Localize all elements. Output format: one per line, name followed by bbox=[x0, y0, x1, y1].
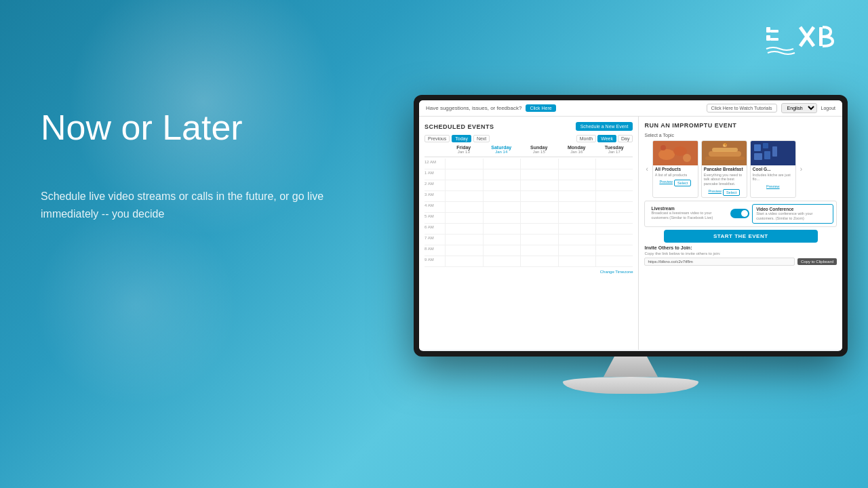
calendar-cell[interactable] bbox=[445, 213, 483, 223]
calendar-cell[interactable] bbox=[595, 180, 633, 190]
calendar-cell[interactable] bbox=[445, 169, 483, 180]
week-header: Friday Jan 13 Saturday Jan 14 Sunday Jan… bbox=[425, 145, 633, 157]
svg-rect-21 bbox=[764, 151, 770, 159]
logout-link[interactable]: Logout bbox=[821, 106, 835, 110]
calendar-cell[interactable] bbox=[558, 213, 596, 223]
calendar-cell[interactable] bbox=[520, 224, 558, 234]
svg-point-10 bbox=[683, 154, 691, 162]
calendar-cell[interactable] bbox=[445, 159, 483, 169]
calendar-cell[interactable] bbox=[558, 235, 596, 245]
monitor-screen: Have suggestions, issues, or feedback? C… bbox=[414, 95, 848, 357]
calendar-cell[interactable] bbox=[483, 159, 521, 169]
logo bbox=[760, 14, 848, 68]
calendar-cell[interactable] bbox=[595, 169, 633, 180]
time-label: 1 AM bbox=[425, 169, 445, 180]
calendar-cell[interactable] bbox=[558, 191, 596, 201]
left-panel: Now or Later Schedule live video streams… bbox=[41, 108, 353, 222]
month-view-button[interactable]: Month bbox=[576, 135, 596, 142]
calendar-cell[interactable] bbox=[445, 202, 483, 212]
svg-rect-0 bbox=[766, 27, 770, 33]
calendar-cell[interactable] bbox=[558, 159, 596, 169]
pancake-preview-link[interactable]: Preview bbox=[708, 189, 722, 196]
calendar-cell[interactable] bbox=[445, 180, 483, 190]
next-button[interactable]: Next bbox=[473, 135, 490, 142]
schedule-new-event-button[interactable]: Schedule a New Event bbox=[576, 122, 633, 131]
calendar-cell[interactable] bbox=[483, 169, 521, 180]
calendar-cell[interactable] bbox=[483, 191, 521, 201]
calendar-cell[interactable] bbox=[520, 256, 558, 266]
calendar-cell[interactable] bbox=[483, 213, 521, 223]
time-label: 2 AM bbox=[425, 180, 445, 190]
calendar-cell[interactable] bbox=[445, 256, 483, 266]
week-view-button[interactable]: Week bbox=[597, 135, 616, 142]
today-button[interactable]: Today bbox=[452, 135, 471, 142]
topic-all-products-desc: A list of all products bbox=[653, 172, 698, 179]
calendar-cell[interactable] bbox=[595, 191, 633, 201]
topics-next-arrow[interactable]: › bbox=[799, 165, 804, 173]
calendar-cell[interactable] bbox=[445, 191, 483, 201]
pancake-select-button[interactable]: Select bbox=[723, 189, 740, 196]
calendar-cell[interactable] bbox=[558, 169, 596, 180]
calendar-cell[interactable] bbox=[595, 159, 633, 169]
topic-all-products-actions: Preview Select bbox=[653, 178, 698, 188]
calendar-cell[interactable] bbox=[520, 191, 558, 201]
calendar-cell[interactable] bbox=[445, 245, 483, 256]
start-event-button[interactable]: START THE EVENT bbox=[664, 230, 818, 243]
click-here-button[interactable]: Click Here bbox=[526, 104, 555, 112]
topic-pancake-desc: Everything you need to talk about the be… bbox=[702, 172, 747, 188]
calendar-cell[interactable] bbox=[558, 224, 596, 234]
calendar-cell[interactable] bbox=[558, 180, 596, 190]
calendar-cell[interactable] bbox=[595, 256, 633, 266]
broadcast-toggle[interactable] bbox=[730, 209, 749, 218]
day-view-button[interactable]: Day bbox=[618, 135, 633, 142]
video-conf-title: Video Conference bbox=[756, 207, 829, 211]
calendar-cell[interactable] bbox=[595, 235, 633, 245]
copy-to-clipboard-button[interactable]: Copy to Clipboard bbox=[797, 258, 837, 265]
time-label: 8 AM bbox=[425, 245, 445, 256]
calendar-cell[interactable] bbox=[595, 224, 633, 234]
invite-link-display: https://blkno.co/c2v7tf8m bbox=[644, 258, 794, 266]
header-right: Click Here to Watch Tutorials English Lo… bbox=[707, 103, 835, 113]
calendar-cell[interactable] bbox=[445, 224, 483, 234]
day-cells bbox=[445, 159, 633, 169]
day-cells bbox=[445, 191, 633, 201]
calendar-cell[interactable] bbox=[595, 245, 633, 256]
toggle-control[interactable] bbox=[730, 204, 749, 224]
all-products-preview-link[interactable]: Preview bbox=[659, 180, 673, 186]
toggle-knob bbox=[741, 210, 748, 217]
calendar-cell[interactable] bbox=[483, 245, 521, 256]
calendar-cell[interactable] bbox=[520, 245, 558, 256]
previous-button[interactable]: Previous bbox=[425, 135, 450, 142]
calendar-cell[interactable] bbox=[445, 235, 483, 245]
calendar-cell[interactable] bbox=[558, 202, 596, 212]
calendar-cell[interactable] bbox=[595, 202, 633, 212]
calendar-cell[interactable] bbox=[520, 159, 558, 169]
tutorials-button[interactable]: Click Here to Watch Tutorials bbox=[707, 104, 777, 113]
calendar-cell[interactable] bbox=[520, 169, 558, 180]
calendar-cell[interactable] bbox=[520, 235, 558, 245]
topic-cool-g: Cool G... Includes kitche are just flo..… bbox=[750, 140, 796, 198]
calendar-cell[interactable] bbox=[520, 202, 558, 212]
time-row: 1 AM bbox=[425, 169, 633, 180]
time-row: 2 AM bbox=[425, 180, 633, 191]
language-select[interactable]: English bbox=[781, 103, 817, 113]
calendar-cell[interactable] bbox=[558, 256, 596, 266]
calendar-cell[interactable] bbox=[483, 235, 521, 245]
calendar-cell[interactable] bbox=[520, 180, 558, 190]
header-left: Have suggestions, issues, or feedback? C… bbox=[426, 104, 556, 112]
calendar-cell[interactable] bbox=[595, 213, 633, 223]
change-timezone-link[interactable]: Change Timezone bbox=[425, 270, 633, 274]
calendar-cell[interactable] bbox=[520, 213, 558, 223]
calendar-cell[interactable] bbox=[483, 224, 521, 234]
calendar-cell[interactable] bbox=[483, 256, 521, 266]
calendar-cell[interactable] bbox=[558, 245, 596, 256]
svg-rect-15 bbox=[705, 157, 745, 160]
calendar-cell[interactable] bbox=[483, 202, 521, 212]
time-row: 12 AM bbox=[425, 159, 633, 169]
calendar-header: SCHEDULED EVENTS Schedule a New Event bbox=[425, 122, 633, 131]
cool-g-preview-link[interactable]: Preview bbox=[766, 184, 780, 188]
all-products-select-button[interactable]: Select bbox=[674, 180, 691, 186]
topics-prev-arrow[interactable]: ‹ bbox=[644, 165, 649, 173]
calendar-cell[interactable] bbox=[483, 180, 521, 190]
view-buttons: Month Week Day bbox=[576, 135, 633, 142]
